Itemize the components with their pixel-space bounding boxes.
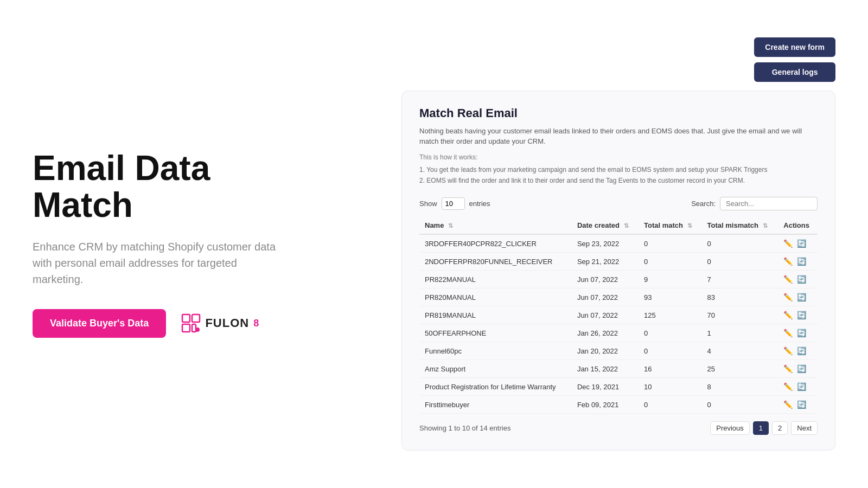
cell-match: 9 xyxy=(639,271,702,288)
table-controls: Show 10 25 50 entries Search: xyxy=(419,197,818,210)
logo-dot: 8 xyxy=(253,318,259,329)
subtitle: Enhance CRM by matching Shopify customer… xyxy=(33,239,282,287)
cell-date: Jan 15, 2022 xyxy=(572,360,639,378)
cell-match: 0 xyxy=(639,324,702,342)
showing-label: Showing 1 to 10 of 14 entries xyxy=(419,424,510,432)
card-how-label: This is how it works: xyxy=(419,153,818,161)
cell-match: 10 xyxy=(639,378,702,396)
edit-icon[interactable]: ✏️ xyxy=(783,329,793,337)
table-row: PR822MANUAL Jun 07, 2022 9 7 ✏️ 🔄 xyxy=(419,271,818,288)
cell-match: 0 xyxy=(639,396,702,414)
svg-rect-2 xyxy=(182,324,190,332)
cta-row: Validate Buyer's Data FULON 8 xyxy=(33,309,293,338)
edit-icon[interactable]: ✏️ xyxy=(783,364,793,373)
cell-name: PR822MANUAL xyxy=(419,271,572,288)
cell-name: 3RDOFFER40PCPR822_CLICKER xyxy=(419,234,572,253)
edit-icon[interactable]: ✏️ xyxy=(783,400,793,409)
cell-match: 16 xyxy=(639,360,702,378)
cell-mismatch: 0 xyxy=(702,396,778,414)
search-control: Search: xyxy=(691,197,818,210)
cell-actions: ✏️ 🔄 xyxy=(778,234,818,253)
cell-name: 50OFFEARPHONE xyxy=(419,324,572,342)
logo-container: FULON 8 xyxy=(181,313,259,333)
cell-name: Amz Support xyxy=(419,360,572,378)
refresh-icon[interactable]: 🔄 xyxy=(797,382,806,391)
show-entries-control: Show 10 25 50 entries xyxy=(419,197,490,210)
svg-point-4 xyxy=(195,328,200,332)
search-label: Search: xyxy=(691,200,716,208)
table-row: PR819MANUAL Jun 07, 2022 125 70 ✏️ 🔄 xyxy=(419,306,818,324)
cell-actions: ✏️ 🔄 xyxy=(778,378,818,396)
cell-mismatch: 7 xyxy=(702,271,778,288)
table-row: PR820MANUAL Jun 07, 2022 93 83 ✏️ 🔄 xyxy=(419,288,818,306)
validate-button[interactable]: Validate Buyer's Data xyxy=(33,309,166,338)
refresh-icon[interactable]: 🔄 xyxy=(797,275,806,284)
create-form-button[interactable]: Create new form xyxy=(754,37,835,57)
cell-actions: ✏️ 🔄 xyxy=(778,306,818,324)
logo-text: FULON xyxy=(205,316,249,330)
edit-icon[interactable]: ✏️ xyxy=(783,382,793,391)
cell-mismatch: 1 xyxy=(702,324,778,342)
cell-date: Jan 20, 2022 xyxy=(572,342,639,360)
cell-name: PR819MANUAL xyxy=(419,306,572,324)
sort-icon-name: ⇅ xyxy=(448,222,453,229)
card-steps: 1. You get the leads from your marketing… xyxy=(419,164,818,187)
cell-date: Jan 26, 2022 xyxy=(572,324,639,342)
card-description: Nothing beats having your customer email… xyxy=(419,126,818,147)
refresh-icon[interactable]: 🔄 xyxy=(797,293,806,301)
svg-rect-0 xyxy=(182,314,190,322)
cell-match: 93 xyxy=(639,288,702,306)
search-input[interactable] xyxy=(720,197,818,210)
entries-select[interactable]: 10 25 50 xyxy=(442,197,465,210)
refresh-icon[interactable]: 🔄 xyxy=(797,329,806,337)
svg-rect-1 xyxy=(192,314,200,322)
data-table: Name ⇅ Date created ⇅ Total match ⇅ Tota… xyxy=(419,217,818,414)
cell-date: Sep 23, 2022 xyxy=(572,234,639,253)
fulon-logo-icon xyxy=(181,313,201,333)
table-row: Product Registration for Lifetime Warran… xyxy=(419,378,818,396)
table-footer: Showing 1 to 10 of 14 entries Previous 1… xyxy=(419,421,818,435)
show-label: Show xyxy=(419,200,437,208)
cell-mismatch: 83 xyxy=(702,288,778,306)
refresh-icon[interactable]: 🔄 xyxy=(797,364,806,373)
refresh-icon[interactable]: 🔄 xyxy=(797,346,806,355)
edit-icon[interactable]: ✏️ xyxy=(783,257,793,266)
edit-icon[interactable]: ✏️ xyxy=(783,275,793,284)
pagination: Previous 1 2 Next xyxy=(710,421,818,435)
cell-match: 0 xyxy=(639,253,702,271)
refresh-icon[interactable]: 🔄 xyxy=(797,239,806,248)
cell-date: Jun 07, 2022 xyxy=(572,288,639,306)
cell-match: 0 xyxy=(639,342,702,360)
svg-rect-3 xyxy=(192,324,196,332)
sort-icon-date: ⇅ xyxy=(624,222,629,229)
refresh-icon[interactable]: 🔄 xyxy=(797,311,806,319)
edit-icon[interactable]: ✏️ xyxy=(783,293,793,301)
sort-icon-match: ⇅ xyxy=(687,222,692,229)
cell-date: Jun 07, 2022 xyxy=(572,306,639,324)
refresh-icon[interactable]: 🔄 xyxy=(797,257,806,266)
cell-name: Product Registration for Lifetime Warran… xyxy=(419,378,572,396)
edit-icon[interactable]: ✏️ xyxy=(783,346,793,355)
table-row: Amz Support Jan 15, 2022 16 25 ✏️ 🔄 xyxy=(419,360,818,378)
cell-actions: ✏️ 🔄 xyxy=(778,342,818,360)
page-1-button[interactable]: 1 xyxy=(753,421,769,435)
sort-icon-mismatch: ⇅ xyxy=(763,222,768,229)
edit-icon[interactable]: ✏️ xyxy=(783,311,793,319)
cell-actions: ✏️ 🔄 xyxy=(778,360,818,378)
cell-match: 125 xyxy=(639,306,702,324)
right-panel: Create new form General logs Match Real … xyxy=(315,37,835,451)
col-name: Name ⇅ xyxy=(419,217,572,234)
cell-date: Feb 09, 2021 xyxy=(572,396,639,414)
general-logs-button[interactable]: General logs xyxy=(754,62,835,82)
next-button[interactable]: Next xyxy=(791,421,818,435)
cell-name: Funnel60pc xyxy=(419,342,572,360)
col-match: Total match ⇅ xyxy=(639,217,702,234)
cell-mismatch: 25 xyxy=(702,360,778,378)
edit-icon[interactable]: ✏️ xyxy=(783,239,793,248)
cell-date: Jun 07, 2022 xyxy=(572,271,639,288)
refresh-icon[interactable]: 🔄 xyxy=(797,400,806,409)
main-title: Email Data Match xyxy=(33,150,293,223)
cell-mismatch: 8 xyxy=(702,378,778,396)
page-2-button[interactable]: 2 xyxy=(772,421,788,435)
prev-button[interactable]: Previous xyxy=(710,421,750,435)
